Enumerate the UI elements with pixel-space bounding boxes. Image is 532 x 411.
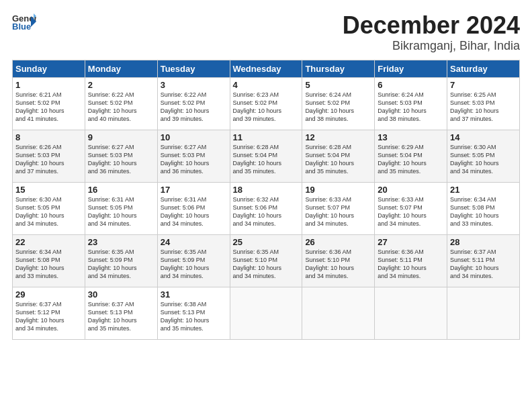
calendar-cell: 30Sunrise: 6:37 AMSunset: 5:13 PMDayligh… — [85, 287, 157, 339]
day-number: 19 — [305, 185, 371, 195]
day-number: 4 — [233, 80, 300, 90]
calendar-cell: 22Sunrise: 6:34 AMSunset: 5:08 PMDayligh… — [13, 234, 85, 287]
day-number: 22 — [15, 237, 82, 247]
cell-details: Sunrise: 6:26 AMSunset: 5:03 PMDaylight:… — [15, 143, 82, 176]
cell-details: Sunrise: 6:28 AMSunset: 5:04 PMDaylight:… — [305, 143, 371, 176]
calendar-cell: 12Sunrise: 6:28 AMSunset: 5:04 PMDayligh… — [302, 130, 375, 182]
day-number: 30 — [88, 289, 154, 300]
day-number: 8 — [15, 132, 82, 142]
calendar-cell: 21Sunrise: 6:34 AMSunset: 5:08 PMDayligh… — [447, 182, 520, 234]
cell-details: Sunrise: 6:35 AMSunset: 5:09 PMDaylight:… — [161, 248, 227, 281]
calendar-cell — [447, 287, 520, 339]
calendar-cell: 11Sunrise: 6:28 AMSunset: 5:04 PMDayligh… — [230, 130, 302, 182]
calendar-cell: 7Sunrise: 6:25 AMSunset: 5:03 PMDaylight… — [447, 77, 520, 130]
calendar-cell: 6Sunrise: 6:24 AMSunset: 5:03 PMDaylight… — [375, 77, 447, 130]
logo-mark: General Blue — [12, 12, 36, 39]
day-number: 12 — [305, 132, 371, 142]
cell-details: Sunrise: 6:37 AMSunset: 5:11 PMDaylight:… — [450, 248, 517, 281]
cell-details: Sunrise: 6:33 AMSunset: 5:07 PMDaylight:… — [378, 195, 444, 228]
calendar-cell: 1Sunrise: 6:21 AMSunset: 5:02 PMDaylight… — [13, 77, 85, 130]
cell-details: Sunrise: 6:33 AMSunset: 5:07 PMDaylight:… — [305, 195, 371, 228]
calendar-cell: 18Sunrise: 6:32 AMSunset: 5:06 PMDayligh… — [230, 182, 302, 234]
cell-details: Sunrise: 6:25 AMSunset: 5:03 PMDaylight:… — [450, 91, 517, 124]
calendar-cell: 10Sunrise: 6:27 AMSunset: 5:03 PMDayligh… — [157, 130, 230, 182]
day-number: 3 — [161, 80, 227, 90]
day-number: 28 — [450, 237, 517, 247]
col-header-thursday: Thursday — [302, 60, 375, 77]
cell-details: Sunrise: 6:28 AMSunset: 5:04 PMDaylight:… — [233, 143, 300, 176]
cell-details: Sunrise: 6:35 AMSunset: 5:09 PMDaylight:… — [88, 248, 154, 281]
col-header-wednesday: Wednesday — [230, 60, 302, 77]
header: General Blue December 2024 Bikramganj, B… — [12, 12, 520, 53]
day-number: 29 — [15, 289, 82, 300]
month-title: December 2024 — [343, 12, 520, 39]
day-number: 11 — [233, 132, 300, 142]
day-number: 31 — [161, 289, 227, 300]
calendar-cell — [375, 287, 447, 339]
calendar-cell: 3Sunrise: 6:22 AMSunset: 5:02 PMDaylight… — [157, 77, 230, 130]
calendar-cell: 31Sunrise: 6:38 AMSunset: 5:13 PMDayligh… — [157, 287, 230, 339]
calendar-cell — [230, 287, 302, 339]
calendar-cell: 16Sunrise: 6:31 AMSunset: 5:05 PMDayligh… — [85, 182, 157, 234]
location-title: Bikramganj, Bihar, India — [343, 39, 520, 53]
calendar-cell: 13Sunrise: 6:29 AMSunset: 5:04 PMDayligh… — [375, 130, 447, 182]
logo: General Blue — [12, 12, 36, 39]
cell-details: Sunrise: 6:32 AMSunset: 5:06 PMDaylight:… — [233, 195, 300, 228]
week-row-4: 22Sunrise: 6:34 AMSunset: 5:08 PMDayligh… — [13, 234, 520, 287]
col-header-tuesday: Tuesday — [157, 60, 230, 77]
calendar-cell: 19Sunrise: 6:33 AMSunset: 5:07 PMDayligh… — [302, 182, 375, 234]
cell-details: Sunrise: 6:31 AMSunset: 5:05 PMDaylight:… — [88, 195, 154, 228]
day-number: 23 — [88, 237, 154, 247]
day-number: 6 — [378, 80, 444, 90]
calendar-cell: 28Sunrise: 6:37 AMSunset: 5:11 PMDayligh… — [447, 234, 520, 287]
week-row-2: 8Sunrise: 6:26 AMSunset: 5:03 PMDaylight… — [13, 130, 520, 182]
col-header-friday: Friday — [375, 60, 447, 77]
calendar-cell: 23Sunrise: 6:35 AMSunset: 5:09 PMDayligh… — [85, 234, 157, 287]
calendar-table: SundayMondayTuesdayWednesdayThursdayFrid… — [12, 60, 520, 340]
cell-details: Sunrise: 6:23 AMSunset: 5:02 PMDaylight:… — [233, 91, 300, 124]
cell-details: Sunrise: 6:21 AMSunset: 5:02 PMDaylight:… — [15, 91, 82, 124]
cell-details: Sunrise: 6:37 AMSunset: 5:13 PMDaylight:… — [88, 300, 154, 333]
calendar-cell: 17Sunrise: 6:31 AMSunset: 5:06 PMDayligh… — [157, 182, 230, 234]
week-row-5: 29Sunrise: 6:37 AMSunset: 5:12 PMDayligh… — [13, 287, 520, 339]
day-number: 25 — [233, 237, 300, 247]
calendar-cell: 14Sunrise: 6:30 AMSunset: 5:05 PMDayligh… — [447, 130, 520, 182]
page: General Blue December 2024 Bikramganj, B… — [0, 0, 532, 347]
calendar-cell: 27Sunrise: 6:36 AMSunset: 5:11 PMDayligh… — [375, 234, 447, 287]
cell-details: Sunrise: 6:22 AMSunset: 5:02 PMDaylight:… — [161, 91, 227, 124]
day-number: 9 — [88, 132, 154, 142]
day-number: 18 — [233, 185, 300, 195]
day-number: 26 — [305, 237, 371, 247]
calendar-cell: 26Sunrise: 6:36 AMSunset: 5:10 PMDayligh… — [302, 234, 375, 287]
calendar-cell: 2Sunrise: 6:22 AMSunset: 5:02 PMDaylight… — [85, 77, 157, 130]
cell-details: Sunrise: 6:34 AMSunset: 5:08 PMDaylight:… — [15, 248, 82, 281]
day-number: 27 — [378, 237, 444, 247]
cell-details: Sunrise: 6:36 AMSunset: 5:11 PMDaylight:… — [378, 248, 444, 281]
cell-details: Sunrise: 6:36 AMSunset: 5:10 PMDaylight:… — [305, 248, 371, 281]
day-number: 14 — [450, 132, 517, 142]
day-number: 20 — [378, 185, 444, 195]
svg-text:Blue: Blue — [12, 21, 31, 32]
col-header-sunday: Sunday — [13, 60, 85, 77]
calendar-cell — [302, 287, 375, 339]
cell-details: Sunrise: 6:35 AMSunset: 5:10 PMDaylight:… — [233, 248, 300, 281]
title-block: December 2024 Bikramganj, Bihar, India — [343, 12, 520, 53]
cell-details: Sunrise: 6:34 AMSunset: 5:08 PMDaylight:… — [450, 195, 517, 228]
calendar-cell: 4Sunrise: 6:23 AMSunset: 5:02 PMDaylight… — [230, 77, 302, 130]
week-row-1: 1Sunrise: 6:21 AMSunset: 5:02 PMDaylight… — [13, 77, 520, 130]
cell-details: Sunrise: 6:27 AMSunset: 5:03 PMDaylight:… — [88, 143, 154, 176]
calendar-cell: 24Sunrise: 6:35 AMSunset: 5:09 PMDayligh… — [157, 234, 230, 287]
day-number: 21 — [450, 185, 517, 195]
day-number: 15 — [15, 185, 82, 195]
week-row-3: 15Sunrise: 6:30 AMSunset: 5:05 PMDayligh… — [13, 182, 520, 234]
cell-details: Sunrise: 6:24 AMSunset: 5:03 PMDaylight:… — [378, 91, 444, 124]
cell-details: Sunrise: 6:29 AMSunset: 5:04 PMDaylight:… — [378, 143, 444, 176]
cell-details: Sunrise: 6:24 AMSunset: 5:02 PMDaylight:… — [305, 91, 371, 124]
calendar-cell: 15Sunrise: 6:30 AMSunset: 5:05 PMDayligh… — [13, 182, 85, 234]
day-number: 1 — [15, 80, 82, 90]
cell-details: Sunrise: 6:30 AMSunset: 5:05 PMDaylight:… — [450, 143, 517, 176]
day-number: 5 — [305, 80, 371, 90]
cell-details: Sunrise: 6:31 AMSunset: 5:06 PMDaylight:… — [161, 195, 227, 228]
cell-details: Sunrise: 6:30 AMSunset: 5:05 PMDaylight:… — [15, 195, 82, 228]
col-header-saturday: Saturday — [447, 60, 520, 77]
